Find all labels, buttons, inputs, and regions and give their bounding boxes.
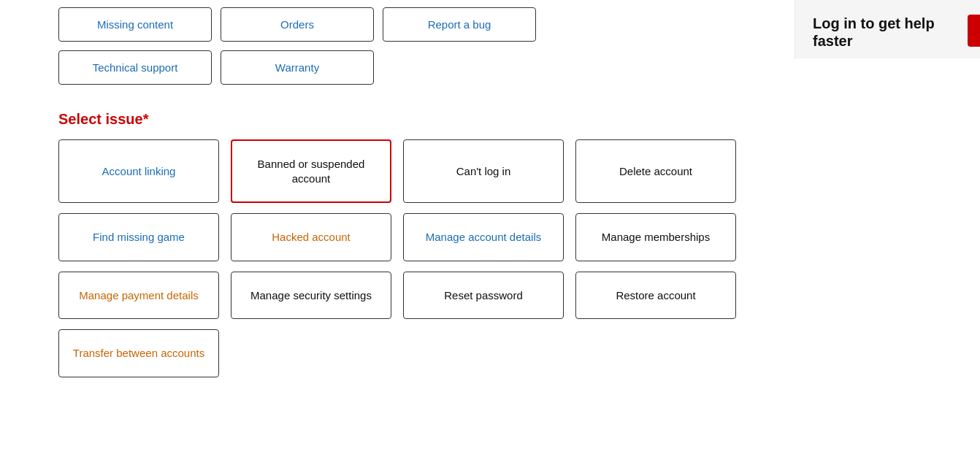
cant-log-in-button[interactable]: Can't log in [403, 139, 564, 203]
category-row-2: Technical support Warranty [58, 47, 736, 91]
banned-or-suspended-account-button[interactable]: Banned or suspended account [231, 139, 391, 203]
orders-button[interactable]: Orders [221, 7, 374, 42]
page-wrapper: Missing content Orders Report a bug Tech… [0, 0, 980, 465]
manage-memberships-button[interactable]: Manage memberships [575, 213, 736, 261]
manage-security-settings-button[interactable]: Manage security settings [231, 272, 391, 320]
top-section: Missing content Orders Report a bug Tech… [0, 0, 980, 465]
reset-password-button[interactable]: Reset password [403, 272, 564, 320]
warranty-button[interactable]: Warranty [221, 50, 374, 85]
section-title: Select issue* [58, 111, 736, 128]
restore-account-button[interactable]: Restore account [575, 272, 736, 320]
category-row-1: Missing content Orders Report a bug [58, 0, 736, 47]
section-required-star: * [143, 111, 149, 127]
login-prompt-text: Log in to get help faster [813, 15, 956, 50]
technical-support-button[interactable]: Technical support [58, 50, 212, 85]
section-title-text: Select issue [58, 111, 143, 127]
delete-account-button[interactable]: Delete account [575, 139, 736, 203]
account-linking-button[interactable]: Account linking [58, 139, 219, 203]
manage-payment-details-button[interactable]: Manage payment details [58, 272, 219, 320]
login-button[interactable]: Log in [968, 15, 980, 47]
transfer-between-accounts-button[interactable]: Transfer between accounts [58, 329, 219, 377]
report-a-bug-button[interactable]: Report a bug [383, 7, 536, 42]
hacked-account-button[interactable]: Hacked account [231, 213, 391, 261]
issue-grid: Account linking Banned or suspended acco… [58, 139, 736, 377]
login-panel: Log in to get help faster Log in [795, 0, 980, 58]
top-left: Missing content Orders Report a bug Tech… [0, 0, 795, 465]
missing-content-button[interactable]: Missing content [58, 7, 212, 42]
find-missing-game-button[interactable]: Find missing game [58, 213, 219, 261]
manage-account-details-button[interactable]: Manage account details [403, 213, 564, 261]
